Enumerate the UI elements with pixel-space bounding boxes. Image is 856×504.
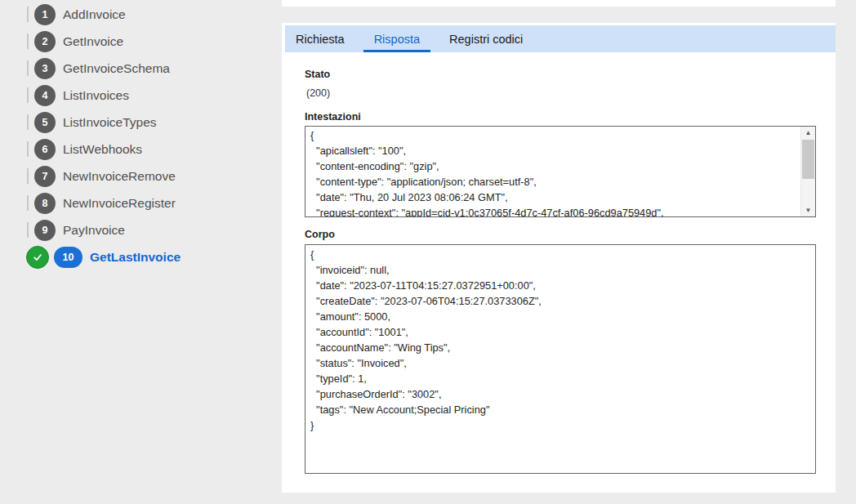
headers-section-label: Intestazioni — [305, 111, 361, 123]
tab-risposta[interactable]: Risposta — [363, 25, 430, 52]
sidebar-item-getinvoice[interactable]: 2 GetInvoice — [0, 28, 278, 55]
operation-label[interactable]: AddInvoice — [63, 7, 126, 22]
operation-checkbox[interactable] — [27, 142, 29, 157]
operation-checkbox[interactable] — [27, 169, 29, 184]
operation-checkbox[interactable] — [27, 115, 29, 130]
tab-richiesta[interactable]: Richiesta — [285, 25, 355, 52]
sidebar-item-listinvoicetypes[interactable]: 5 ListInvoiceTypes — [0, 109, 278, 136]
status-code-value: (200) — [306, 87, 330, 99]
step-number-badge: 7 — [34, 166, 56, 187]
operation-label[interactable]: ListInvoices — [63, 88, 129, 103]
body-section-label: Corpo — [305, 229, 335, 240]
triangle-up-icon[interactable]: ▲ — [801, 127, 815, 139]
sidebar-item-payinvoice[interactable]: 9 PayInvoice — [0, 216, 278, 243]
tab-label: Risposta — [374, 33, 420, 46]
step-number-badge: 6 — [34, 139, 56, 160]
step-number-badge: 4 — [34, 85, 56, 106]
tab-label: Registri codici — [449, 33, 523, 46]
operation-label[interactable]: GetInvoice — [63, 34, 123, 49]
step-number-badge: 1 — [34, 4, 56, 25]
operation-label[interactable]: GetInvoiceSchema — [63, 61, 170, 76]
connector-test-page: { "sidebar": { "items": [ {"num": "1", "… — [0, 0, 856, 504]
headers-scrollbar[interactable]: ▲ ▼ — [800, 127, 815, 216]
operation-label[interactable]: ListInvoiceTypes — [63, 115, 157, 130]
operation-label[interactable]: PayInvoice — [63, 223, 125, 238]
operation-label[interactable]: NewInvoiceRegister — [63, 196, 176, 211]
sidebar-item-addinvoice[interactable]: 1 AddInvoice — [0, 1, 278, 28]
success-check-icon — [26, 246, 49, 269]
step-number-badge: 9 — [34, 220, 56, 241]
sidebar-item-newinvoiceremove[interactable]: 7 NewInvoiceRemove — [0, 163, 278, 190]
operation-checkbox[interactable] — [27, 223, 29, 238]
step-number-badge: 2 — [34, 31, 56, 52]
step-number-badge: 5 — [34, 112, 56, 133]
tab-registri-codici[interactable]: Registri codici — [439, 25, 533, 52]
triangle-down-icon[interactable]: ▼ — [801, 204, 815, 216]
sidebar-item-getinvoiceschema[interactable]: 3 GetInvoiceSchema — [0, 55, 278, 82]
sidebar-item-listinvoices[interactable]: 4 ListInvoices — [0, 82, 278, 109]
test-panel-card: Richiesta Risposta Registri codici Stato… — [282, 23, 836, 493]
step-number-badge: 10 — [54, 247, 82, 268]
operation-label[interactable]: NewInvoiceRemove — [63, 169, 176, 184]
sidebar-item-getlastinvoice[interactable]: 10 GetLastInvoice — [0, 243, 278, 270]
operation-label[interactable]: GetLastInvoice — [90, 250, 181, 265]
sidebar-item-newinvoiceregister[interactable]: 8 NewInvoiceRegister — [0, 190, 278, 216]
body-textarea[interactable]: { "invoiceid": null, "date": "2023-07-11… — [305, 244, 816, 474]
operation-label[interactable]: ListWebhooks — [63, 142, 142, 157]
response-tabbar: Richiesta Risposta Registri codici — [285, 25, 836, 52]
headers-textarea[interactable]: { "apicallsleft": "100", "content-encodi… — [305, 127, 801, 216]
operation-checkbox[interactable] — [27, 61, 29, 76]
step-number-badge: 8 — [34, 193, 56, 214]
status-section-label: Stato — [305, 69, 330, 80]
sidebar-item-listwebhooks[interactable]: 6 ListWebhooks — [0, 136, 278, 163]
step-number-badge: 3 — [34, 58, 56, 79]
operation-checkbox[interactable] — [27, 7, 29, 22]
operation-checkbox[interactable] — [27, 88, 29, 103]
operation-checkbox[interactable] — [27, 34, 29, 49]
previous-card-edge — [282, 0, 836, 7]
scrollbar-thumb[interactable] — [802, 140, 814, 179]
tab-label: Richiesta — [296, 33, 345, 46]
operation-checkbox[interactable] — [27, 196, 29, 211]
operations-sidebar: 1 AddInvoice 2 GetInvoice 3 GetInvoiceSc… — [0, 1, 278, 270]
headers-field: { "apicallsleft": "100", "content-encodi… — [305, 126, 816, 217]
